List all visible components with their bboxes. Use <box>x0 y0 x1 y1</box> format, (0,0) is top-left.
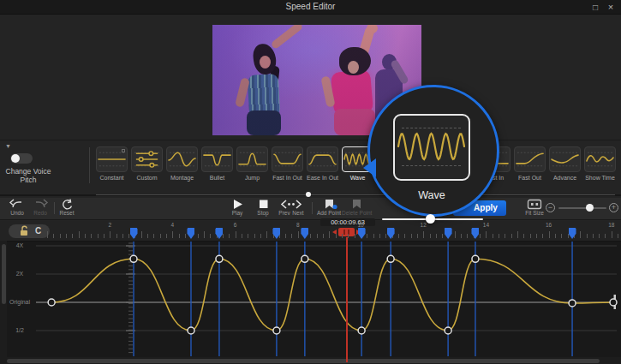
preset-fast-out[interactable]: Fast Out <box>514 146 546 181</box>
maximize-button[interactable]: □ <box>588 1 602 14</box>
collapse-arrow-icon[interactable]: ▼ <box>5 143 11 149</box>
ruler-tick <box>116 234 117 238</box>
preset-label: Fast In Out <box>272 175 303 181</box>
preset-thumbnail-montage <box>166 146 198 172</box>
preset-thumbnail-constant <box>96 146 128 172</box>
keyframe-marker-pin[interactable] <box>130 228 138 239</box>
ruler-tick <box>417 234 418 238</box>
curve-control-point[interactable] <box>188 327 194 334</box>
curve-control-point[interactable] <box>302 255 308 262</box>
curve-control-point[interactable] <box>48 299 55 306</box>
fit-size-button[interactable]: Fit Size <box>520 199 549 216</box>
keyframe-marker-pin[interactable] <box>301 228 308 239</box>
curve-control-point[interactable] <box>273 327 280 334</box>
curve-control-point[interactable] <box>130 255 137 262</box>
horizontal-scrollbar-thumb[interactable] <box>7 359 600 363</box>
delete-point-icon <box>342 199 371 210</box>
ruler-tick <box>411 234 412 238</box>
preset-jump[interactable]: Jump <box>236 146 268 181</box>
curve-control-point[interactable] <box>472 255 479 262</box>
ruler-second-label: 16 <box>546 222 552 228</box>
reset-button[interactable]: Reset <box>52 199 81 216</box>
preset-scroll-track[interactable] <box>96 194 615 195</box>
vertical-scrollbar[interactable] <box>0 241 7 357</box>
keyframe-marker-pin[interactable] <box>569 228 576 239</box>
keyframe-marker-pin[interactable] <box>358 228 366 239</box>
curve-control-point[interactable] <box>610 299 617 306</box>
preset-constant[interactable]: Constant <box>96 146 128 181</box>
zoom-in-icon[interactable]: + <box>609 203 618 212</box>
ruler-tick <box>549 231 550 238</box>
ruler-tick <box>499 234 499 238</box>
ruler-tick <box>210 234 211 238</box>
curve-control-point[interactable] <box>445 327 451 334</box>
delete-point-button[interactable]: Delete Point <box>342 199 371 216</box>
curve-control-point[interactable] <box>216 255 223 262</box>
ruler-tick <box>404 234 405 238</box>
vertical-scrollbar-thumb[interactable] <box>2 244 6 304</box>
reset-icon <box>52 199 81 210</box>
ruler-tick <box>166 234 167 238</box>
ruler-tick <box>53 234 54 238</box>
keyframe-marker-pin[interactable] <box>187 228 194 239</box>
ruler-tick <box>423 231 424 238</box>
magnifier-preset-label: Wave <box>393 189 470 201</box>
next-icon <box>284 199 313 210</box>
ruler-tick <box>204 231 205 238</box>
playhead-handle[interactable] <box>338 228 355 236</box>
zoom-slider-handle[interactable] <box>586 204 594 212</box>
unlock-icon <box>21 226 27 236</box>
ruler-tick <box>98 234 99 238</box>
ruler-tick <box>523 234 524 238</box>
preset-bullet[interactable]: Bullet <box>201 146 233 181</box>
next-button[interactable]: Next <box>284 199 313 216</box>
preset-ease-in-out[interactable]: Ease In Out <box>307 146 338 181</box>
ruler-tick <box>179 234 180 238</box>
keyframe-marker-pin[interactable] <box>445 228 452 239</box>
rotate-icon[interactable]: C <box>35 226 41 236</box>
ruler-tick <box>254 234 255 238</box>
add-point-button[interactable]: Add Point <box>314 199 343 216</box>
preset-advance[interactable]: Advance <box>549 146 581 181</box>
preset-list: ConstantCustomMontageBulletJumpFast In O… <box>96 146 616 181</box>
voice-pitch-label: Change Voice Pitch <box>2 167 55 184</box>
ruler-tick <box>329 231 330 238</box>
ruler-tick <box>72 234 73 238</box>
close-button[interactable]: × <box>604 1 618 14</box>
curve-control-point[interactable] <box>358 327 365 334</box>
redo-button[interactable]: Redo <box>26 199 55 216</box>
playhead-line[interactable] <box>346 237 348 362</box>
ruler-tick <box>160 234 161 238</box>
preset-show-time[interactable]: Show Time <box>584 146 616 181</box>
zoom-out-icon[interactable]: − <box>546 203 555 212</box>
curve-control-point[interactable] <box>569 300 576 307</box>
preset-fast-in-out[interactable]: Fast In Out <box>272 146 303 181</box>
ruler-tick <box>542 234 543 238</box>
preset-scroll-handle[interactable] <box>306 192 311 197</box>
ruler-tick <box>367 234 367 238</box>
preset-row: ▼ Change Voice Pitch ConstantCustomMonta… <box>0 140 621 196</box>
toolbar-separator-2 <box>312 202 313 214</box>
time-ruler[interactable]: C 00:00:09.63 24681012141618 <box>0 221 621 241</box>
speed-curve-graph[interactable] <box>0 241 621 357</box>
ruler-tick <box>260 234 261 238</box>
preset-label: Show Time <box>584 175 616 181</box>
ruler-tick <box>398 234 399 238</box>
ruler-tick <box>336 234 337 238</box>
keyframe-marker-pin[interactable] <box>387 228 395 239</box>
zoom-slider-track[interactable] <box>558 207 606 209</box>
ruler-second-label: 10 <box>357 222 363 228</box>
ruler-tick <box>153 234 154 238</box>
voice-pitch-toggle[interactable] <box>10 153 33 164</box>
curve-control-point[interactable] <box>387 255 394 262</box>
ruler-second-label: 4 <box>171 222 175 228</box>
ruler-tick <box>461 234 462 238</box>
preset-montage[interactable]: Montage <box>166 146 198 181</box>
horizontal-scrollbar[interactable] <box>0 357 621 364</box>
magnified-wave-thumbnail <box>393 114 470 181</box>
preset-custom[interactable]: Custom <box>131 146 163 181</box>
ruler-tick <box>172 231 173 238</box>
play-button[interactable]: Play <box>223 199 252 216</box>
toggle-knob <box>11 154 20 163</box>
ruler-tick <box>612 231 612 238</box>
